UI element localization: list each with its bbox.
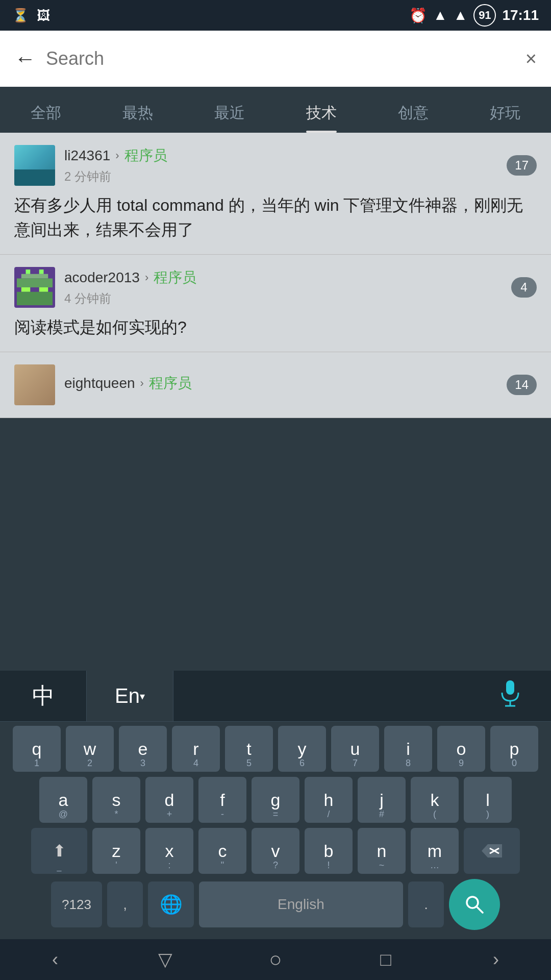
key-c[interactable]: c"	[198, 828, 246, 874]
key-f[interactable]: f-	[198, 777, 246, 823]
keyboard-row-3: ⬆_ z' x: c" v? b! n~ m…	[5, 828, 546, 874]
key-l[interactable]: l)	[464, 777, 512, 823]
search-input[interactable]	[46, 48, 515, 69]
author-line: acoder2013 › 程序员	[64, 268, 511, 287]
tag-name[interactable]: 程序员	[154, 268, 196, 287]
svg-rect-5	[39, 287, 48, 292]
nav-recent-button[interactable]: □	[365, 939, 406, 980]
tab-recent[interactable]: 最近	[184, 103, 276, 133]
key-j[interactable]: j#	[358, 777, 406, 823]
tab-all[interactable]: 全部	[0, 103, 92, 133]
key-e[interactable]: e3	[119, 726, 167, 772]
status-right-icons: ⏰ ▲ ▲ 91 17:11	[409, 4, 539, 27]
post-count: 4	[511, 277, 537, 298]
back-button[interactable]: ←	[14, 46, 36, 71]
key-t[interactable]: t5	[225, 726, 273, 772]
delete-key[interactable]	[464, 828, 520, 874]
key-n[interactable]: n~	[358, 828, 406, 874]
key-b[interactable]: b!	[305, 828, 353, 874]
post-count: 14	[507, 375, 537, 395]
arrow-icon: ›	[115, 149, 119, 162]
key-d[interactable]: d+	[145, 777, 193, 823]
period-key[interactable]: .	[408, 881, 444, 927]
feed-list: li24361 › 程序员 2 分钟前 17 还有多少人用 total comm…	[0, 133, 551, 418]
post-meta: eightqueen › 程序员	[64, 374, 507, 396]
tab-hot[interactable]: 最热	[92, 103, 184, 133]
numbers-key[interactable]: ?123	[51, 881, 102, 927]
key-h[interactable]: h/	[305, 777, 353, 823]
status-bar: ⏳ 🖼 ⏰ ▲ ▲ 91 17:11	[0, 0, 551, 31]
keyboard-row-1: q1 w2 e3 r4 t5 y6 u7 i8 o9 p0	[5, 726, 546, 772]
tab-fun[interactable]: 好玩	[459, 103, 551, 133]
key-g[interactable]: g=	[252, 777, 299, 823]
key-v[interactable]: v?	[252, 828, 299, 874]
tag-name[interactable]: 程序员	[124, 146, 167, 165]
svg-rect-4	[21, 287, 31, 292]
key-m[interactable]: m…	[411, 828, 459, 874]
tab-tech[interactable]: 技术	[276, 103, 367, 133]
svg-rect-3	[17, 279, 53, 288]
image-icon: 🖼	[37, 8, 50, 23]
post-header: eightqueen › 程序员 14	[14, 364, 537, 405]
ime-selector: 中 En▾	[0, 671, 551, 722]
avatar	[14, 267, 55, 308]
key-p[interactable]: p0	[490, 726, 538, 772]
nav-back-button[interactable]: ‹	[35, 939, 76, 980]
globe-button[interactable]: 🌐	[148, 881, 194, 927]
author-line: eightqueen › 程序员	[64, 374, 507, 393]
author-name: acoder2013	[64, 270, 140, 286]
svg-rect-7	[506, 680, 514, 695]
nav-home-button[interactable]: ○	[255, 939, 296, 980]
key-i[interactable]: i8	[384, 726, 432, 772]
english-input-button[interactable]: En▾	[87, 671, 173, 721]
tag-name[interactable]: 程序员	[149, 374, 192, 393]
svg-rect-6	[17, 292, 53, 305]
alarm-icon: ⏰	[409, 7, 427, 24]
key-y[interactable]: y6	[278, 726, 326, 772]
post-header: li24361 › 程序员 2 分钟前 17	[14, 145, 537, 186]
key-q[interactable]: q1	[13, 726, 61, 772]
key-x[interactable]: x:	[145, 828, 193, 874]
key-o[interactable]: o9	[437, 726, 485, 772]
keyboard-row-4: ?123 , 🌐 English .	[5, 879, 546, 930]
bottom-nav: ‹ ▽ ○ □ ›	[0, 939, 551, 980]
key-w[interactable]: w2	[66, 726, 114, 772]
author-name: li24361	[64, 148, 110, 164]
post-item[interactable]: li24361 › 程序员 2 分钟前 17 还有多少人用 total comm…	[0, 133, 551, 255]
key-a[interactable]: a@	[39, 777, 87, 823]
shift-key[interactable]: ⬆_	[31, 828, 87, 874]
post-meta: acoder2013 › 程序员 4 分钟前	[64, 268, 511, 307]
nav-forward-button[interactable]: ›	[475, 939, 516, 980]
tabs-bar: 全部 最热 最近 技术 创意 好玩	[0, 87, 551, 133]
tab-creative[interactable]: 创意	[367, 103, 459, 133]
key-s[interactable]: s*	[92, 777, 140, 823]
hourglass-icon: ⏳	[12, 8, 29, 23]
microphone-button[interactable]	[500, 679, 551, 713]
post-item[interactable]: eightqueen › 程序员 14	[0, 352, 551, 418]
key-u[interactable]: u7	[331, 726, 379, 772]
wifi-icon: ▲	[433, 7, 447, 23]
key-k[interactable]: k(	[411, 777, 459, 823]
clear-button[interactable]: ×	[525, 48, 537, 70]
search-button[interactable]	[449, 879, 500, 930]
arrow-icon: ›	[145, 271, 148, 284]
author-line: li24361 › 程序员	[64, 146, 507, 165]
avatar	[14, 145, 55, 186]
svg-rect-1	[39, 270, 44, 274]
post-content: 还有多少人用 total command 的，当年的 win 下管理文件神器，刚…	[14, 193, 537, 242]
key-r[interactable]: r4	[172, 726, 220, 772]
post-item[interactable]: acoder2013 › 程序员 4 分钟前 4 阅读模式是如何实现的?	[0, 255, 551, 352]
nav-down-button[interactable]: ▽	[145, 939, 186, 980]
post-content: 阅读模式是如何实现的?	[14, 315, 537, 339]
english-label: En	[115, 684, 140, 707]
battery-badge: 91	[473, 4, 496, 27]
svg-rect-0	[26, 270, 31, 274]
comma-key[interactable]: ,	[107, 881, 143, 927]
svg-line-13	[477, 906, 483, 913]
chinese-input-button[interactable]: 中	[0, 671, 87, 721]
post-count: 17	[507, 155, 537, 176]
space-key[interactable]: English	[199, 881, 403, 927]
key-z[interactable]: z'	[92, 828, 140, 874]
avatar	[14, 364, 55, 405]
post-time: 2 分钟前	[64, 168, 507, 185]
